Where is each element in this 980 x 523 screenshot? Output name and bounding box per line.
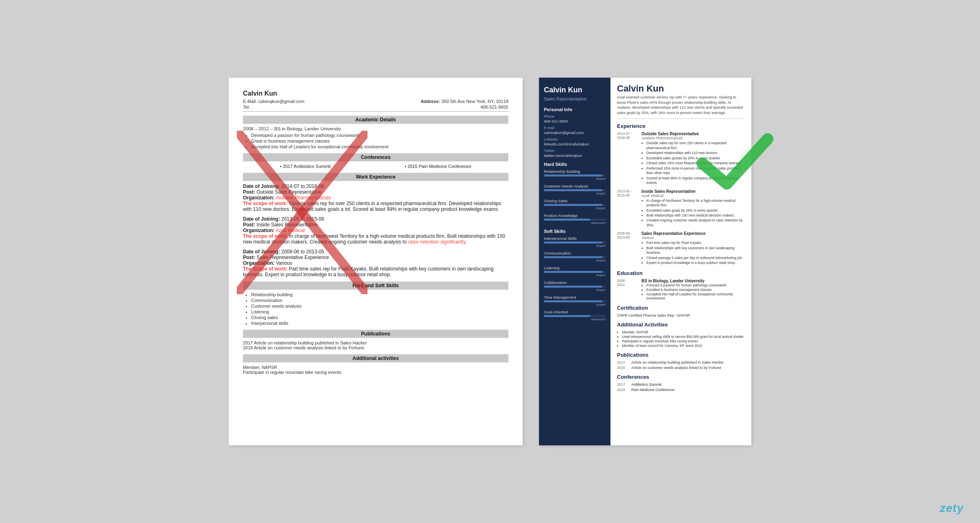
academic-content: 2008 – 2012 – BS in Biology, Lander Univ… [243, 126, 508, 149]
list-item: Participate in regular mountain bike rac… [622, 339, 745, 343]
phone-label: Phone [544, 114, 606, 118]
skill-bar-bg [544, 256, 606, 258]
address-value: 350 5th Ave New York, NY, 10118 [441, 99, 508, 104]
skill-name: Relationship Building [544, 169, 606, 174]
address-label: Address: [421, 99, 440, 104]
exp-date: 2013-05 -2015-06 [617, 189, 641, 228]
email-label: E-mail [544, 126, 606, 130]
work-post: Post: Sales Representative Experience [243, 255, 508, 260]
conf-year: 2015 [617, 388, 631, 392]
list-item: Closing sales [251, 315, 508, 320]
pub-item: 2016 Article on customer needs analysis … [243, 345, 508, 350]
experience-title: Experience [617, 123, 745, 129]
edu-content: BS in Biology, Lander University Pursued… [641, 279, 745, 301]
linkedin-label: LinkedIn [544, 137, 606, 141]
academic-bullets: Developed a passion for human pathology … [243, 133, 508, 149]
skill-name: Collaboration [544, 280, 606, 285]
skill-bar-fill [544, 219, 590, 221]
conferences-section-title: Conferences [243, 153, 508, 161]
pub-entry: 2017 Article on relationship building pu… [617, 360, 745, 364]
skill-bar-fill [544, 286, 602, 288]
skill-level: Advanced [544, 221, 606, 225]
list-item: Great in business management classes [251, 139, 508, 143]
list-item: Exceeded sales quotas by 20% in every qu… [646, 156, 745, 161]
exp-entry: 2008-06 -2013-05 Sales Representative Ex… [617, 231, 745, 266]
list-item: In charge of Northwest Territory for a h… [646, 199, 745, 208]
pub-year: 2017 [617, 360, 631, 364]
work-org: Organization: Various [243, 260, 508, 266]
publications-section-title: Publications [243, 330, 508, 338]
work-entry: Date of Joining: 2014-07 to 2018-08 Post… [243, 183, 508, 212]
work-org: Organization: Azult Medical [243, 228, 508, 233]
list-item: Closed sales 10% more frequently than th… [646, 161, 745, 165]
conf-item: • 2015 Pain Medicine Conference [405, 164, 471, 169]
right-summary: Goal-oriented customer service rep with … [617, 95, 745, 119]
exp-content: Sales Representative Experience Various … [641, 231, 745, 266]
skills-list: Relationship building Communication Cust… [243, 292, 508, 326]
list-item: Customer needs analysis [251, 304, 508, 308]
pub-entry: 2016 Article on customer needs analysis … [617, 366, 745, 370]
personal-info-title: Personal Info [544, 107, 606, 112]
exp-content: Inside Sales Representative Azult Medica… [641, 189, 745, 228]
exp-content: Outside Sales Representative Avalane Pha… [641, 132, 745, 186]
exp-entry: 2014-07 -2018-08 Outside Sales Represent… [617, 132, 745, 186]
skills-section-title: Hard and Soft Skills [243, 282, 508, 290]
left-email: E-Mail: calvinqkun@gmail.com [243, 99, 305, 104]
certification-text: CNPR Certified Pharma Sales Rep - NAPSR [617, 313, 745, 317]
skill-bar-bg [544, 315, 606, 317]
pub-text: Article on customer needs analysis linke… [631, 366, 722, 370]
list-item: Part time sales rep for Fluid Kayaks. [646, 241, 745, 245]
education-title: Education [617, 270, 745, 276]
skill-time-management: Time Management Expert [544, 295, 606, 306]
work-date: Date of Joining: 2014-07 to 2018-08 [243, 183, 508, 189]
list-item: Outside sales rep for over 250 clients i… [646, 141, 745, 150]
conf-item: • 2017 Antibiotics Summit [280, 164, 331, 169]
skill-name: Time Management [544, 295, 606, 299]
work-scope: The scope of work: Part time sales rep f… [243, 266, 508, 277]
twitter-value: twitter.com/calvinqkun [544, 153, 606, 158]
work-org: Organization: Avalane Pharmaceuticals [243, 195, 508, 201]
pub-item: 2017 Article on relationship building pu… [243, 340, 508, 345]
left-address: Address: 350 5th Ave New York, NY, 10118 [421, 99, 508, 104]
degree-line: 2008 – 2012 – BS in Biology, Lander Univ… [243, 126, 508, 131]
skill-bar-bg [544, 204, 606, 206]
twitter-label: Twitter [544, 149, 606, 153]
exp-org: Various [641, 236, 745, 240]
skill-bar-fill [544, 204, 602, 206]
list-item: Interpersonal skills [251, 321, 508, 326]
skill-level: Expert [544, 192, 606, 195]
exp-job-title: Sales Representative Experience [641, 231, 745, 236]
skill-goal-oriented: Goal-Oriented Advanced [544, 310, 606, 321]
list-item: Performed 18% more in-person meetings wi… [646, 166, 745, 176]
certification-title: Certification [617, 305, 745, 311]
list-item: Closed average 5 sales per day in outbou… [646, 256, 745, 260]
work-scope: The scope of work: Outside sales rep for… [243, 201, 508, 212]
exp-job-title: Inside Sales Representative [641, 189, 745, 194]
exp-job-title: Outside Sales Representative [641, 132, 745, 136]
skill-bar-fill [544, 300, 602, 302]
skill-bar-bg [544, 174, 606, 177]
work-entry: Date of Joining: 2013-05 to 2015-06 Post… [243, 216, 508, 245]
skill-level: Expert [544, 288, 606, 292]
skill-bar-fill [544, 315, 590, 317]
skill-name: Closing Sales [544, 199, 606, 203]
edu-bullets: Pursued a passion for human pathology co… [641, 283, 745, 300]
conferences-content: • 2017 Antibiotics Summit • 2015 Pain Me… [243, 164, 508, 169]
additional-list: Member, NAPSR Used interpersonal selling… [617, 330, 745, 348]
pub-text: Article on relationship building publish… [631, 360, 724, 364]
email-label: E-Mail: [243, 99, 257, 104]
skill-bar-bg [544, 219, 606, 221]
exp-bullets: In charge of Northwest Territory for a h… [641, 199, 745, 228]
page-wrapper: Calvin Kun E-Mail: calvinqkun@gmail.com … [0, 0, 980, 523]
skill-name: Listening [544, 266, 606, 270]
list-item: Accepted into Hall of Leaders for except… [251, 144, 508, 149]
skill-name: Interpersonal Skills [544, 236, 606, 241]
left-contact: E-Mail: calvinqkun@gmail.com Address: 35… [243, 99, 508, 104]
work-entry: Date of Joining: 2008-06 to 2013-05 Post… [243, 249, 508, 277]
skill-relationship-building: Relationship Building Expert [544, 169, 606, 181]
list-item: Scored at least 99% in regular company p… [646, 176, 745, 186]
exp-date: 2008-06 -2013-05 [617, 231, 641, 266]
right-main: Calvin Kun Goal-oriented customer servic… [610, 78, 751, 445]
resume-right: Calvin Kun Sales Representative Personal… [539, 78, 751, 445]
zety-brand: zety [940, 502, 964, 515]
